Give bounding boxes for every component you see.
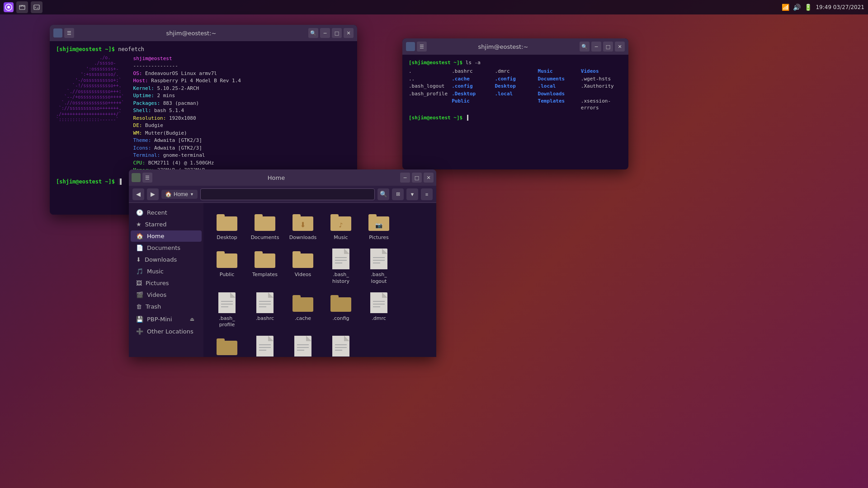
file-item-bash-history[interactable]: .bash_history bbox=[323, 245, 359, 287]
drive-icon: 💾 bbox=[136, 316, 143, 323]
other-locations-icon: ➕ bbox=[136, 328, 143, 335]
file-manager-minimize-btn[interactable]: ─ bbox=[400, 173, 410, 183]
file-item-xsession-errors[interactable]: .xsession-errors bbox=[323, 333, 359, 357]
svg-point-1 bbox=[7, 6, 10, 9]
file-manager-menu-btn[interactable]: ☰ bbox=[142, 173, 152, 183]
terminal-1-close-btn[interactable]: ✕ bbox=[344, 28, 354, 38]
svg-rect-2 bbox=[19, 5, 25, 9]
bash-profile-label: .bash_profile bbox=[219, 315, 235, 328]
system-logo[interactable] bbox=[4, 2, 14, 12]
videos-folder-label: Videos bbox=[295, 272, 311, 278]
documents-icon: 📄 bbox=[136, 244, 143, 251]
videos-icon: 🎬 bbox=[136, 291, 143, 298]
sidebar-item-pbp-mini[interactable]: 💾 PBP-Mini ⏏ bbox=[131, 313, 202, 325]
neofetch-theme-label: Theme: bbox=[133, 137, 154, 143]
terminal-1-minimize-btn[interactable]: ─ bbox=[320, 28, 330, 38]
fm-grid-view-btn[interactable]: ⊞ bbox=[392, 188, 404, 200]
sidebar-item-documents[interactable]: 📄 Documents bbox=[131, 242, 202, 253]
fm-search-btn[interactable]: 🔍 bbox=[377, 188, 389, 200]
sidebar-item-home[interactable]: 🏠 Home bbox=[131, 230, 202, 242]
documents-folder-label: Documents bbox=[251, 235, 279, 241]
file-item-music[interactable]: ♪ Music bbox=[323, 208, 359, 244]
neofetch-uptime-label: Uptime: bbox=[133, 93, 157, 99]
terminal-1-titlebar: ☰ shjim@eostest:~ 🔍 ─ □ ✕ bbox=[50, 25, 357, 41]
terminal-2-minimize-btn[interactable]: ─ bbox=[591, 42, 601, 52]
file-item-videos[interactable]: Videos bbox=[285, 245, 321, 287]
svg-rect-10 bbox=[292, 214, 301, 218]
file-item-bash-profile[interactable]: .bash_profile bbox=[209, 289, 245, 331]
trash-icon: 🗑 bbox=[136, 303, 142, 310]
starred-icon: ★ bbox=[136, 221, 142, 228]
file-item-desktop[interactable]: Desktop bbox=[209, 208, 245, 244]
terminal-2-close-btn[interactable]: ✕ bbox=[615, 42, 625, 52]
battery-tray-icon[interactable]: 🔋 bbox=[804, 4, 812, 11]
svg-rect-21 bbox=[255, 251, 263, 255]
network-tray-icon[interactable]: 📶 bbox=[782, 4, 789, 11]
desktop-folder-icon bbox=[216, 211, 238, 233]
file-item-cache[interactable]: .cache bbox=[285, 289, 321, 331]
fm-forward-btn[interactable]: ▶ bbox=[147, 188, 159, 200]
neofetch-sep: --------------- bbox=[133, 62, 241, 70]
file-manager-maximize-btn[interactable]: □ bbox=[412, 173, 422, 183]
xsession-errors-file-icon bbox=[330, 335, 352, 357]
file-item-public[interactable]: Public bbox=[209, 245, 245, 287]
file-item-wget-hsts[interactable]: .wget-hsts bbox=[247, 333, 283, 357]
public-folder-label: Public bbox=[220, 272, 235, 278]
sidebar-item-downloads[interactable]: ⬇ Downloads bbox=[131, 254, 202, 265]
sidebar-item-trash[interactable]: 🗑 Trash bbox=[131, 301, 202, 312]
terminal-1-prompt-line: [shjim@eostest ~]$ neofetch bbox=[56, 46, 351, 53]
sidebar-item-other-locations[interactable]: ➕ Other Locations bbox=[131, 326, 202, 337]
files-taskbar-btn[interactable] bbox=[16, 1, 28, 13]
terminal-2-maximize-btn[interactable]: □ bbox=[603, 42, 613, 52]
terminal-1-menu-btn[interactable]: ☰ bbox=[64, 28, 74, 38]
terminal-1-cursor: ▌ bbox=[118, 178, 121, 185]
terminal-window-2: ☰ shjim@eostest:~ 🔍 ─ □ ✕ [shjim@eostest… bbox=[402, 38, 628, 169]
svg-rect-3 bbox=[34, 5, 39, 9]
terminal-2-ls-command: [shjim@eostest ~]$ ls -a bbox=[409, 59, 622, 66]
neofetch-wm-val: Mutter(Budgie) bbox=[145, 130, 187, 136]
terminal-2-search-btn[interactable]: 🔍 bbox=[580, 42, 590, 52]
terminal-1-maximize-btn[interactable]: □ bbox=[332, 28, 342, 38]
neofetch-output: ./o. ./sssso- ':osssssss+- ':+sssssssso/… bbox=[56, 55, 351, 174]
file-item-local[interactable]: .local bbox=[209, 333, 245, 357]
sidebar-item-starred[interactable]: ★ Starred bbox=[131, 219, 202, 230]
terminal-2-titlebar: ☰ shjim@eostest:~ 🔍 ─ □ ✕ bbox=[402, 38, 628, 55]
fm-back-btn[interactable]: ◀ bbox=[132, 188, 144, 200]
fm-list-view-btn[interactable]: ≡ bbox=[421, 188, 433, 200]
desktop-folder-label: Desktop bbox=[217, 235, 237, 241]
bash-history-label: .bash_history bbox=[332, 272, 349, 285]
file-item-templates[interactable]: Templates bbox=[247, 245, 283, 287]
neofetch-icons-label: Icons: bbox=[133, 145, 154, 151]
sidebar-item-videos[interactable]: 🎬 Videos bbox=[131, 289, 202, 300]
volume-tray-icon[interactable]: 🔊 bbox=[793, 4, 801, 11]
file-item-pictures[interactable]: 📷 Pictures bbox=[361, 208, 397, 244]
sidebar-item-home-label: Home bbox=[147, 233, 164, 239]
wget-hsts-file-icon bbox=[254, 335, 276, 357]
terminal-2-ls-output: . .bashrc .dmrc Music Videos .. .cache .… bbox=[409, 68, 622, 111]
eject-btn[interactable]: ⏏ bbox=[188, 315, 196, 323]
file-item-config[interactable]: .config bbox=[323, 289, 359, 331]
music-folder-label: Music bbox=[334, 235, 348, 241]
terminal-1-prompt2: [shjim@eostest ~]$ bbox=[56, 178, 115, 185]
file-manager-close-btn[interactable]: ✕ bbox=[424, 173, 434, 183]
fm-location-bar[interactable] bbox=[200, 188, 375, 200]
sidebar-item-recent[interactable]: 🕐 Recent bbox=[131, 207, 202, 218]
sidebar-item-pictures[interactable]: 🖼 Pictures bbox=[131, 277, 202, 289]
file-item-bash-logout[interactable]: .bash_logout bbox=[361, 245, 397, 287]
file-item-bashrc[interactable]: .bashrc bbox=[247, 289, 283, 331]
bash-logout-file-icon bbox=[368, 248, 390, 270]
fm-home-dropdown-icon: ▼ bbox=[190, 192, 194, 197]
fm-home-btn[interactable]: 🏠 Home ▼ bbox=[161, 190, 198, 199]
sidebar-item-music[interactable]: 🎵 Music bbox=[131, 266, 202, 277]
file-item-dmrc[interactable]: .dmrc bbox=[361, 289, 397, 331]
file-item-downloads[interactable]: ⬇ Downloads bbox=[285, 208, 321, 244]
fm-dropdown-btn[interactable]: ▼ bbox=[406, 188, 418, 200]
file-item-xauthority[interactable]: .Xauthority bbox=[285, 333, 321, 357]
terminal-taskbar-btn[interactable] bbox=[31, 1, 42, 13]
neofetch-kernel-label: Kernel: bbox=[133, 85, 157, 91]
neofetch-terminal-label: Terminal: bbox=[133, 152, 163, 158]
neofetch-res-val: 868x488 bbox=[169, 115, 196, 121]
terminal-2-menu-btn[interactable]: ☰ bbox=[417, 42, 427, 52]
terminal-1-search-btn[interactable]: 🔍 bbox=[308, 28, 318, 38]
file-item-documents[interactable]: Documents bbox=[247, 208, 283, 244]
